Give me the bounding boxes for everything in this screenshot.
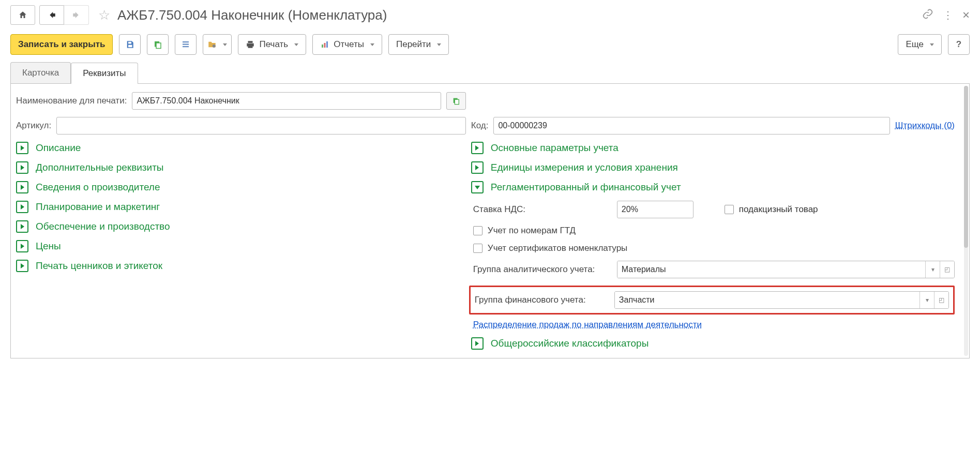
- home-icon: [18, 10, 27, 20]
- excise-label: подакцизный товар: [739, 204, 818, 215]
- chevron-right-icon: [471, 142, 484, 154]
- section-manufacturer[interactable]: Сведения о производителе: [16, 181, 466, 193]
- arrow-right-icon: [72, 10, 81, 20]
- settings-dropdown-button[interactable]: [203, 34, 232, 55]
- fin-group-label: Группа финансового учета:: [475, 295, 609, 305]
- fin-group-combo[interactable]: ▾ ◰: [614, 291, 949, 309]
- section-main-params[interactable]: Основные параметры учета: [471, 142, 955, 154]
- print-button[interactable]: Печать: [238, 34, 306, 55]
- page-title: АЖБ7.750.004 Наконечник (Номенклатура): [117, 7, 918, 23]
- cert-checkbox[interactable]: [473, 244, 483, 253]
- svg-rect-7: [455, 99, 459, 104]
- code-input[interactable]: [493, 117, 889, 134]
- analytic-group-input[interactable]: [617, 261, 925, 278]
- section-prices[interactable]: Цены: [16, 240, 466, 252]
- help-button[interactable]: ?: [948, 34, 970, 55]
- copy-icon: [153, 40, 162, 49]
- chevron-right-icon: [16, 161, 28, 174]
- excise-checkbox[interactable]: [725, 205, 734, 214]
- chevron-right-icon: [471, 337, 484, 350]
- forward-button[interactable]: [64, 5, 89, 25]
- svg-point-2: [213, 44, 216, 48]
- printer-icon: [246, 40, 255, 49]
- tab-card[interactable]: Карточка: [10, 62, 71, 83]
- list-icon: [181, 40, 190, 49]
- reports-button[interactable]: Отчеты: [312, 34, 382, 55]
- favorite-star-icon[interactable]: ☆: [98, 7, 110, 23]
- goto-button[interactable]: Перейти: [388, 34, 449, 55]
- section-classifiers[interactable]: Общероссийские классификаторы: [471, 337, 955, 350]
- highlight-fin-group: Группа финансового учета: ▾ ◰: [469, 286, 955, 315]
- open-icon[interactable]: ◰: [934, 292, 948, 308]
- chevron-right-icon: [16, 142, 28, 154]
- fill-name-button[interactable]: [446, 92, 466, 110]
- svg-rect-1: [156, 43, 161, 49]
- save-close-button[interactable]: Записать и закрыть: [10, 34, 113, 55]
- scrollbar[interactable]: [964, 86, 968, 356]
- folder-gear-icon: [207, 40, 217, 49]
- chevron-right-icon: [16, 201, 28, 213]
- floppy-icon: [125, 40, 134, 49]
- chart-icon: [320, 40, 329, 49]
- tab-requisites[interactable]: Реквизиты: [71, 63, 138, 84]
- print-name-label: Наименование для печати:: [16, 96, 127, 106]
- section-units[interactable]: Единицы измерения и условия хранения: [471, 161, 955, 174]
- section-additional[interactable]: Дополнительные реквизиты: [16, 161, 466, 174]
- fin-group-input[interactable]: [615, 292, 919, 308]
- cert-label: Учет сертификатов номенклатуры: [488, 243, 628, 253]
- dropdown-icon[interactable]: ▾: [925, 261, 940, 278]
- vat-label: Ставка НДС:: [473, 204, 612, 215]
- gtd-label: Учет по номерам ГТД: [488, 226, 576, 236]
- analytic-group-label: Группа аналитического учета:: [473, 264, 612, 275]
- section-description[interactable]: Описание: [16, 142, 466, 154]
- distribution-link[interactable]: Распределение продаж по направлениям дея…: [473, 320, 702, 330]
- svg-rect-4: [324, 43, 326, 48]
- chevron-right-icon: [471, 161, 484, 174]
- list-button[interactable]: [175, 34, 197, 55]
- print-name-input[interactable]: [132, 92, 441, 110]
- open-icon[interactable]: ◰: [940, 261, 954, 278]
- close-icon[interactable]: ×: [962, 8, 970, 22]
- home-button[interactable]: [10, 5, 35, 25]
- article-input[interactable]: [56, 117, 466, 134]
- scrollbar-thumb[interactable]: [964, 86, 968, 248]
- vat-input[interactable]: [617, 201, 693, 218]
- copy-button[interactable]: [147, 34, 169, 55]
- dropdown-icon[interactable]: ▾: [919, 292, 934, 308]
- link-icon[interactable]: [922, 8, 933, 22]
- copy-small-icon: [452, 97, 460, 105]
- section-print-labels[interactable]: Печать ценников и этикеток: [16, 260, 466, 272]
- kebab-menu-icon[interactable]: ⋮: [943, 9, 953, 21]
- barcodes-link[interactable]: Штрихкоды (0): [895, 121, 955, 131]
- chevron-down-icon: [471, 181, 484, 193]
- back-button[interactable]: [39, 5, 64, 25]
- section-finance[interactable]: Регламентированный и финансовый учет: [471, 181, 955, 193]
- analytic-group-combo[interactable]: ▾ ◰: [617, 261, 955, 278]
- chevron-right-icon: [16, 240, 28, 252]
- gtd-checkbox[interactable]: [473, 226, 483, 235]
- chevron-right-icon: [16, 260, 28, 272]
- svg-rect-3: [322, 44, 323, 48]
- section-supply[interactable]: Обеспечение и производство: [16, 220, 466, 233]
- chevron-right-icon: [16, 181, 28, 193]
- code-label: Код:: [471, 121, 489, 131]
- article-label: Артикул:: [16, 121, 51, 131]
- more-button[interactable]: Еще: [898, 34, 942, 55]
- chevron-right-icon: [16, 220, 28, 233]
- svg-rect-5: [326, 41, 328, 48]
- save-button[interactable]: [119, 34, 141, 55]
- arrow-left-icon: [47, 10, 56, 20]
- section-planning[interactable]: Планирование и маркетинг: [16, 201, 466, 213]
